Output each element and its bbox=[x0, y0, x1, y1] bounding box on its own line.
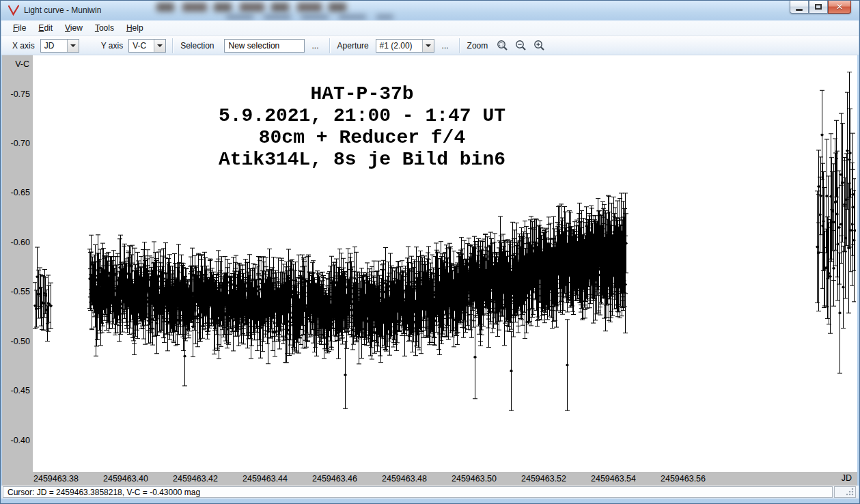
close-button[interactable]: ✕ bbox=[828, 1, 851, 14]
zoom-in-icon bbox=[533, 40, 545, 51]
minimize-icon bbox=[796, 9, 803, 11]
selection-label: Selection bbox=[180, 41, 214, 51]
y-axis-select[interactable]: V-C bbox=[128, 39, 166, 53]
y-axis-title: V-C bbox=[15, 59, 29, 69]
y-axis: V-C -0.75-0.70-0.65-0.60-0.55-0.50-0.45-… bbox=[2, 55, 33, 486]
y-tick-label: -0.65 bbox=[11, 188, 31, 197]
x-tick-label: 2459463.44 bbox=[242, 474, 288, 484]
chevron-down-icon[interactable] bbox=[422, 40, 434, 52]
y-tick-label: -0.55 bbox=[11, 287, 31, 296]
status-text: Cursor: JD = 2459463.3858218, V-C = -0.4… bbox=[3, 486, 833, 498]
menu-item-view[interactable]: View bbox=[59, 20, 89, 36]
x-tick-label: 2459463.48 bbox=[382, 474, 427, 484]
plot-area: HAT-P-37b 5.9.2021, 21:00 - 1:47 UT 80cm… bbox=[33, 55, 856, 472]
chevron-down-icon[interactable] bbox=[154, 40, 165, 52]
menu-item-help[interactable]: Help bbox=[120, 20, 150, 36]
x-tick-label: 2459463.50 bbox=[452, 474, 497, 484]
close-icon: ✕ bbox=[836, 3, 843, 11]
toolbar-separator bbox=[329, 38, 330, 53]
aperture-label: Aperture bbox=[337, 41, 369, 51]
menubar: File Edit View Tools Help bbox=[1, 20, 859, 36]
zoom-out-button[interactable] bbox=[512, 38, 529, 54]
x-tick-label: 2459463.42 bbox=[173, 474, 218, 484]
x-axis: JD 2459463.382459463.402459463.422459463… bbox=[2, 472, 857, 486]
background-window-blur bbox=[226, 14, 393, 20]
window-controls: ✕ bbox=[790, 1, 851, 14]
resize-grip[interactable] bbox=[834, 486, 856, 498]
y-tick-label: -0.70 bbox=[11, 139, 31, 148]
y-tick-label: -0.60 bbox=[11, 238, 31, 247]
aperture-more-button[interactable]: ... bbox=[438, 40, 453, 52]
zoom-out-icon bbox=[515, 40, 527, 51]
toolbar-separator bbox=[459, 38, 460, 53]
chevron-down-icon[interactable] bbox=[67, 40, 79, 52]
toolbar-separator bbox=[172, 38, 173, 53]
x-axis-label: X axis bbox=[12, 41, 35, 51]
menu-item-tools[interactable]: Tools bbox=[89, 20, 120, 36]
muniwin-app-icon bbox=[8, 4, 20, 16]
titlebar: Light curve - Muniwin ✕ bbox=[1, 1, 859, 20]
x-tick-label: 2459463.56 bbox=[661, 474, 706, 484]
zoom-fit-button[interactable] bbox=[494, 38, 510, 54]
window-title: Light curve - Muniwin bbox=[24, 5, 101, 15]
statusbar: Cursor: JD = 2459463.3858218, V-C = -0.4… bbox=[1, 486, 859, 499]
selection-more-button[interactable]: ... bbox=[308, 40, 323, 52]
background-window-blur bbox=[156, 3, 349, 12]
zoom-in-button[interactable] bbox=[531, 38, 547, 54]
y-axis-label: Y axis bbox=[101, 41, 123, 51]
zoom-label: Zoom bbox=[467, 41, 488, 51]
x-axis-select[interactable]: JD bbox=[40, 39, 79, 53]
x-tick-label: 2459463.38 bbox=[33, 474, 79, 484]
light-curve-chart: V-C -0.75-0.70-0.65-0.60-0.55-0.50-0.45-… bbox=[2, 55, 857, 486]
light-curve-canvas[interactable] bbox=[33, 55, 856, 472]
aperture-select[interactable]: #1 (2.00) bbox=[376, 39, 434, 53]
x-tick-label: 2459463.52 bbox=[521, 474, 566, 484]
y-tick-label: -0.50 bbox=[11, 337, 31, 346]
y-tick-label: -0.45 bbox=[11, 386, 31, 395]
app-window: Light curve - Muniwin ✕ File Edit View T… bbox=[0, 0, 860, 504]
menu-item-edit[interactable]: Edit bbox=[32, 20, 59, 36]
y-tick-label: -0.40 bbox=[11, 436, 31, 445]
x-axis-title: JD bbox=[842, 473, 852, 483]
y-tick-label: -0.75 bbox=[11, 89, 31, 99]
minimize-button[interactable] bbox=[790, 1, 809, 14]
maximize-button[interactable] bbox=[809, 1, 828, 14]
x-tick-label: 2459463.46 bbox=[312, 474, 357, 484]
x-tick-label: 2459463.40 bbox=[103, 474, 148, 484]
toolbar: X axis JD Y axis V-C Selection ... Apert… bbox=[1, 36, 859, 55]
x-tick-label: 2459463.54 bbox=[591, 474, 636, 484]
zoom-fit-icon bbox=[497, 40, 508, 51]
maximize-icon bbox=[815, 4, 822, 10]
menu-item-file[interactable]: File bbox=[7, 20, 32, 36]
resize-grip-icon bbox=[846, 488, 854, 496]
selection-input[interactable] bbox=[224, 39, 305, 53]
